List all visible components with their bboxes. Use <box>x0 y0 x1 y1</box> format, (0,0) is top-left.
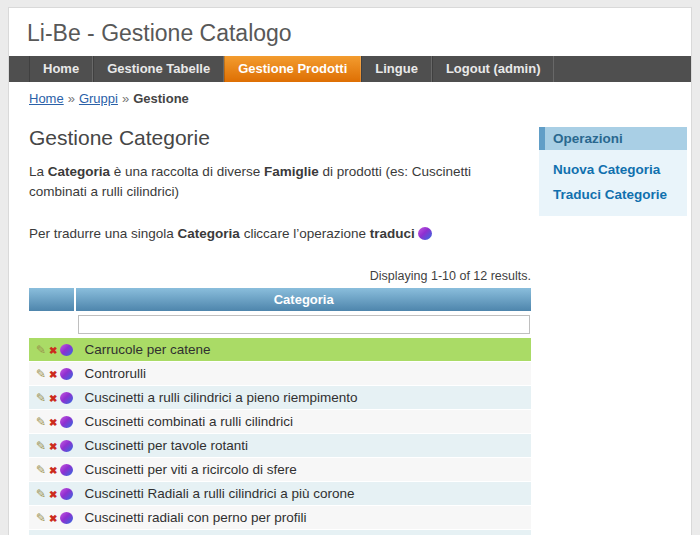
translate-globe-icon[interactable] <box>60 486 73 501</box>
globe-glyph <box>60 392 73 404</box>
delete-x-icon[interactable]: ✖ <box>49 342 57 357</box>
nav-item-gestione-tabelle[interactable]: Gestione Tabelle <box>93 56 224 82</box>
translate-globe-icon[interactable] <box>60 462 73 477</box>
pencil-glyph: ✎ <box>36 343 46 357</box>
delete-x-icon[interactable]: ✖ <box>49 462 57 477</box>
breadcrumb-link-gruppi[interactable]: Gruppi <box>79 91 118 106</box>
translate-globe-icon[interactable] <box>60 390 73 405</box>
row-actions-cell: ✎✖ <box>29 458 76 482</box>
emphasis-text: traduci <box>370 226 415 241</box>
translate-globe-icon[interactable] <box>60 366 73 381</box>
pencil-glyph: ✎ <box>36 391 46 405</box>
row-actions-cell: ✎✖ <box>29 386 76 410</box>
category-cell[interactable]: Cuscinetti a rulli cilindrici a pieno ri… <box>76 386 531 410</box>
table-row: ✎✖ Cuscinetti per tavole rotanti <box>29 434 531 458</box>
breadcrumb-separator-icon: » <box>122 91 129 106</box>
nav-item-gestione-prodotti[interactable]: Gestione Prodotti <box>224 56 361 82</box>
table-row: ✎✖ Cuscinetti radiali con perno per prof… <box>29 506 531 530</box>
category-cell[interactable]: Cuscinetti combinati a rulli cilindrici <box>76 410 531 434</box>
delete-x-icon[interactable]: ✖ <box>49 390 57 405</box>
row-actions-cell: ✎✖ <box>29 362 76 386</box>
main-content: Gestione Categorie La Categoria è una ra… <box>29 116 531 535</box>
row-actions-cell: ✎✖ <box>29 482 76 506</box>
pencil-glyph: ✎ <box>36 463 46 477</box>
operations-links: Nuova CategoriaTraduci Categorie <box>539 150 687 216</box>
row-actions-cell: ✎✖ <box>29 338 76 362</box>
table-header-row: Categoria <box>29 288 531 311</box>
edit-pencil-icon[interactable]: ✎ <box>36 390 46 405</box>
translate-globe-icon[interactable] <box>60 342 73 357</box>
translate-globe-icon[interactable] <box>60 414 73 429</box>
pencil-glyph: ✎ <box>36 511 46 525</box>
pencil-glyph: ✎ <box>36 415 46 429</box>
cross-glyph: ✖ <box>49 345 57 356</box>
nav-item-home[interactable]: Home <box>29 56 93 82</box>
breadcrumb: Home»Gruppi»Gestione <box>9 82 691 116</box>
edit-pencil-icon[interactable]: ✎ <box>36 366 46 381</box>
row-actions-cell: ✎✖ <box>29 530 76 535</box>
globe-glyph <box>60 416 73 428</box>
translate-globe-icon[interactable] <box>60 510 73 525</box>
globe-glyph <box>60 344 73 356</box>
page-title: Gestione Categorie <box>29 126 531 150</box>
actions-column-header <box>29 288 76 311</box>
category-column-header[interactable]: Categoria <box>76 288 531 311</box>
nav-item-lingue[interactable]: Lingue <box>361 56 432 82</box>
globe-glyph <box>60 488 73 500</box>
table-row: ✎✖ Gabbie lineari <box>29 530 531 535</box>
delete-x-icon[interactable]: ✖ <box>49 366 57 381</box>
delete-x-icon[interactable]: ✖ <box>49 414 57 429</box>
category-filter-input[interactable] <box>78 315 530 334</box>
body-text: è una raccolta di diverse <box>110 164 264 179</box>
edit-pencil-icon[interactable]: ✎ <box>36 462 46 477</box>
content-area: Gestione Categorie La Categoria è una ra… <box>9 116 691 535</box>
table-row: ✎✖ Cuscinetti Radiali a rulli cilindrici… <box>29 482 531 506</box>
edit-pencil-icon[interactable]: ✎ <box>36 486 46 501</box>
delete-x-icon[interactable]: ✖ <box>49 438 57 453</box>
operation-link-nuova-categoria[interactable]: Nuova Categoria <box>553 157 687 182</box>
cross-glyph: ✖ <box>49 441 57 452</box>
cross-glyph: ✖ <box>49 369 57 380</box>
row-actions-cell: ✎✖ <box>29 506 76 530</box>
pencil-glyph: ✎ <box>36 487 46 501</box>
nav-item-logout-admin[interactable]: Logout (admin) <box>432 56 555 82</box>
globe-glyph <box>60 464 73 476</box>
body-text: cliccare l’operazione <box>240 226 370 241</box>
category-cell[interactable]: Cuscinetti per tavole rotanti <box>76 434 531 458</box>
main-nav: HomeGestione TabelleGestione ProdottiLin… <box>9 56 691 82</box>
emphasis-text: Categoria <box>48 164 110 179</box>
operations-sidebar: Operazioni Nuova CategoriaTraduci Catego… <box>539 116 687 535</box>
emphasis-text: Famiglie <box>264 164 319 179</box>
edit-pencil-icon[interactable]: ✎ <box>36 510 46 525</box>
table-row: ✎✖ Cuscinetti per viti a ricircolo di sf… <box>29 458 531 482</box>
edit-pencil-icon[interactable]: ✎ <box>36 342 46 357</box>
edit-pencil-icon[interactable]: ✎ <box>36 414 46 429</box>
globe-glyph <box>60 368 73 380</box>
category-cell[interactable]: Cuscinetti radiali con perno per profili <box>76 506 531 530</box>
delete-x-icon[interactable]: ✖ <box>49 510 57 525</box>
operation-link-traduci-categorie[interactable]: Traduci Categorie <box>553 182 687 207</box>
category-cell[interactable]: Gabbie lineari <box>76 530 531 535</box>
category-cell[interactable]: Carrucole per catene <box>76 338 531 362</box>
category-cell[interactable]: Cuscinetti per viti a ricircolo di sfere <box>76 458 531 482</box>
table-row: ✎✖ Cuscinetti combinati a rulli cilindri… <box>29 410 531 434</box>
delete-x-icon[interactable]: ✖ <box>49 486 57 501</box>
emphasis-text: Categoria <box>178 226 240 241</box>
table-filter-row <box>29 311 531 338</box>
breadcrumb-separator-icon: » <box>68 91 75 106</box>
breadcrumb-link-home[interactable]: Home <box>29 91 64 106</box>
cross-glyph: ✖ <box>49 393 57 404</box>
edit-pencil-icon[interactable]: ✎ <box>36 438 46 453</box>
row-actions-cell: ✎✖ <box>29 410 76 434</box>
translate-globe-icon[interactable] <box>60 438 73 453</box>
category-cell[interactable]: Controrulli <box>76 362 531 386</box>
translate-globe-icon <box>418 227 432 240</box>
app-header: Li-Be - Gestione Catalogo <box>9 8 691 56</box>
globe-glyph <box>60 440 73 452</box>
actions-filter-cell <box>29 311 76 338</box>
breadcrumb-current: Gestione <box>133 91 189 106</box>
intro-paragraph: La Categoria è una raccolta di diverse F… <box>29 162 531 203</box>
category-cell[interactable]: Cuscinetti Radiali a rulli cilindrici a … <box>76 482 531 506</box>
app-title: Li-Be - Gestione Catalogo <box>27 20 292 46</box>
body-text: Per tradurre una singola <box>29 226 178 241</box>
